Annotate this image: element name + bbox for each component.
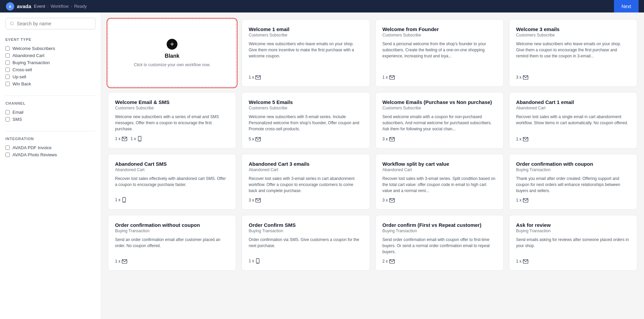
card-desc: Thank you email after order created. Off… xyxy=(516,176,630,194)
card-desc: Send an order confirmation email after c… xyxy=(115,237,229,255)
card-subtitle: Customers Subscribe xyxy=(249,33,363,37)
integration-label: INTEGRATION xyxy=(5,137,95,141)
filter-up-sell[interactable]: Up-sell xyxy=(5,73,95,80)
workflow-card[interactable]: Ask for review Buying Transaction Send e… xyxy=(509,215,637,271)
search-input[interactable] xyxy=(17,21,91,26)
card-title: Abandoned Cart 3 emails xyxy=(249,161,363,167)
label-up-sell: Up-sell xyxy=(12,74,26,79)
workflow-card[interactable]: Welcome 1 email Customers Subscribe Welc… xyxy=(242,19,370,87)
logo: a avada xyxy=(5,2,31,11)
workflow-card[interactable]: Welcome Emails (Purchase vs Non purchase… xyxy=(375,92,504,149)
card-footer: 3 x xyxy=(516,75,630,80)
label-win-back: Win Back xyxy=(12,81,31,86)
count-number: 3 x xyxy=(516,75,522,80)
card-title: Order confirm (First vs Repeat customer) xyxy=(383,222,497,228)
card-title: Workflow split by cart value xyxy=(383,161,497,167)
card-title: Order Confirm SMS xyxy=(249,222,363,228)
card-footer: 5 x xyxy=(249,137,363,141)
workflow-card[interactable]: Welcome from Founder Customers Subscribe… xyxy=(375,19,504,87)
checkbox-email[interactable] xyxy=(5,110,10,114)
label-cross-sell: Cross-sell xyxy=(12,67,32,72)
label-buying-transaction: Buying Transaction xyxy=(12,60,50,65)
breadcrumb-event: Event xyxy=(34,4,45,9)
card-footer: 1 x xyxy=(383,75,497,80)
card-desc: Send a personal welcome from the shop's … xyxy=(383,41,497,71)
checkbox-cross-sell[interactable] xyxy=(5,68,10,72)
checkbox-win-back[interactable] xyxy=(5,82,10,86)
card-count: 1 x xyxy=(131,136,142,141)
filter-buying-transaction[interactable]: Buying Transaction xyxy=(5,59,95,66)
breadcrumb-sep-2: › xyxy=(71,4,72,9)
workflow-card[interactable]: Order confirm (First vs Repeat customer)… xyxy=(375,215,504,271)
count-number: 3 x xyxy=(249,198,254,203)
checkbox-avada-pdf[interactable] xyxy=(5,145,10,150)
workflow-card[interactable]: Abandoned Cart SMS Abandoned Cart Recove… xyxy=(108,154,236,210)
filter-cross-sell[interactable]: Cross-sell xyxy=(5,66,95,73)
card-title: Welcome 1 email xyxy=(249,26,363,32)
count-number: 1 x xyxy=(131,136,136,141)
card-subtitle: Customers Subscribe xyxy=(115,106,229,110)
checkbox-abandoned-cart[interactable] xyxy=(5,53,10,58)
count-number: 3 x xyxy=(383,198,388,203)
count-number: 1 x xyxy=(516,137,522,141)
search-box[interactable] xyxy=(5,18,95,29)
card-count: 1 x xyxy=(249,75,261,80)
card-footer: 1 x xyxy=(115,259,229,264)
count-number: 2 x xyxy=(383,259,388,264)
card-title: Welcome Emails (Purchase vs Non purchase… xyxy=(383,99,497,105)
count-number: 5 x xyxy=(249,137,254,141)
label-welcome-subscribers: Welcome Subscribers xyxy=(12,46,55,51)
filter-sms[interactable]: SMS xyxy=(5,116,95,123)
card-footer: 3 x xyxy=(383,198,497,203)
card-count: 1 x xyxy=(115,259,127,264)
card-subtitle: Customers Subscribe xyxy=(249,106,363,110)
workflow-card[interactable]: Welcome 5 Emails Customers Subscribe Wel… xyxy=(242,92,370,149)
checkbox-buying-transaction[interactable] xyxy=(5,60,10,65)
card-subtitle: Customers Subscribe xyxy=(383,33,497,37)
filter-abandoned-cart[interactable]: Abandoned Cart xyxy=(5,52,95,59)
count-number: 1 x xyxy=(115,136,120,141)
breadcrumb: Event › Workflow › Ready xyxy=(34,4,87,9)
filter-avada-photo[interactable]: AVADA Photo Reviews xyxy=(5,151,95,158)
card-subtitle: Buying Transaction xyxy=(516,167,630,172)
card-desc: Recover lost sales with 3-email series i… xyxy=(249,176,363,194)
blank-card[interactable]: + Blank Click to customize your own work… xyxy=(108,19,236,87)
workflow-card[interactable]: Order confirmation without coupon Buying… xyxy=(108,215,236,271)
workflow-card[interactable]: Abandoned Cart 3 emails Abandoned Cart R… xyxy=(242,154,370,210)
count-number: 1 x xyxy=(516,198,522,203)
filter-email[interactable]: Email xyxy=(5,109,95,116)
card-footer: 1 x xyxy=(115,197,229,203)
checkbox-welcome-subscribers[interactable] xyxy=(5,46,10,51)
filter-avada-pdf[interactable]: AVADA PDF Invoice xyxy=(5,144,95,151)
next-button[interactable]: Next xyxy=(614,0,639,12)
workflow-card[interactable]: Abandoned Cart 1 email Abandoned Cart Re… xyxy=(509,92,637,149)
checkbox-avada-photo[interactable] xyxy=(5,153,10,157)
card-footer: 1 x1 x xyxy=(115,136,229,141)
workflow-card[interactable]: Welcome Email & SMS Customers Subscribe … xyxy=(108,92,236,149)
count-number: 1 x xyxy=(516,259,522,264)
filter-welcome-subscribers[interactable]: Welcome Subscribers xyxy=(5,45,95,52)
card-subtitle: Buying Transaction xyxy=(383,229,497,233)
workflow-card[interactable]: Welcome 3 emails Customers Subscribe Wel… xyxy=(509,19,637,87)
card-title: Abandoned Cart SMS xyxy=(115,161,229,167)
blank-label: Blank xyxy=(165,53,179,59)
workflow-card[interactable]: Order Confirm SMS Buying Transaction Ord… xyxy=(242,215,370,271)
card-count: 3 x xyxy=(249,198,261,203)
card-count: 1 x xyxy=(249,258,260,264)
card-footer: 1 x xyxy=(249,258,363,264)
checkbox-up-sell[interactable] xyxy=(5,75,10,79)
card-desc: Welcome new subscribers with a series of… xyxy=(115,114,229,132)
checkbox-sms[interactable] xyxy=(5,117,10,122)
count-number: 1 x xyxy=(383,75,388,80)
card-subtitle: Abandoned Cart xyxy=(516,106,630,110)
breadcrumb-workflow: Workflow xyxy=(51,4,68,9)
workflow-card[interactable]: Workflow split by cart value Abandoned C… xyxy=(375,154,504,210)
filter-win-back[interactable]: Win Back xyxy=(5,80,95,87)
count-number: 1 x xyxy=(115,259,120,264)
workflow-card[interactable]: Order confirmation with coupon Buying Tr… xyxy=(509,154,637,210)
blank-sub: Click to customize your own workflow now… xyxy=(134,62,211,67)
plus-icon: + xyxy=(167,39,177,50)
count-number: 1 x xyxy=(249,259,254,263)
integration-filter: INTEGRATION AVADA PDF Invoice AVADA Phot… xyxy=(5,137,95,158)
card-desc: Send emails asking for reviews after som… xyxy=(516,237,630,255)
